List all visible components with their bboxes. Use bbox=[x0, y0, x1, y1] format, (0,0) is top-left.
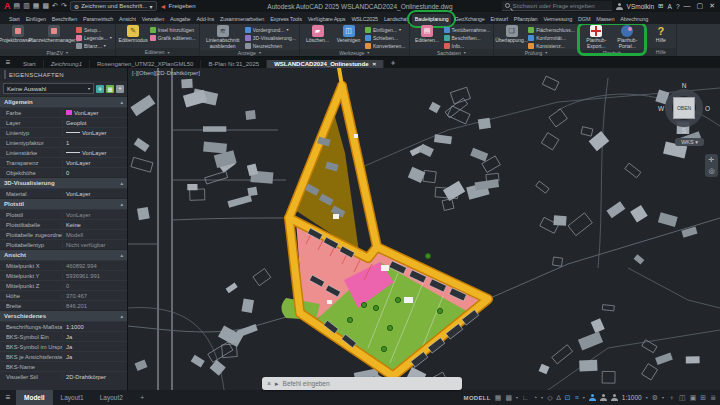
snap-icon[interactable]: ▩ bbox=[505, 394, 512, 401]
toggle-pickadd-icon[interactable]: ✛ bbox=[96, 85, 104, 93]
legende-button[interactable]: Legende... ▾ bbox=[76, 34, 112, 41]
file-tab-wslandcad[interactable]: WSLANDCAD2024_Onlinestunde × bbox=[267, 60, 384, 68]
ribbon-tab-parametrisch[interactable]: Parametrisch bbox=[80, 14, 116, 24]
workspace-switch-icon[interactable]: ⚙ bbox=[652, 394, 658, 401]
flaechenschluss-button[interactable]: Flächenschluss... bbox=[528, 26, 575, 33]
einfuegen-button[interactable]: Einfügen... ▾ bbox=[365, 26, 406, 33]
select-objects-icon[interactable]: ▦ bbox=[106, 85, 114, 93]
file-tab-start[interactable]: Start bbox=[16, 60, 44, 68]
editiermodus-button[interactable]: ✎ Editiermodus bbox=[119, 25, 148, 44]
command-close-icon[interactable]: × bbox=[267, 380, 271, 387]
ribbon-tab-addins[interactable]: Add-Ins bbox=[193, 14, 217, 24]
layout-tab-modell[interactable]: Modell bbox=[16, 390, 53, 405]
drawing-viewport[interactable]: [-][Oben][2D-Drahtkörper] bbox=[128, 68, 720, 390]
ribbon-tab-abrechnung[interactable]: Abrechnung bbox=[617, 14, 651, 24]
quick-select-icon[interactable]: ⌖ bbox=[116, 85, 124, 93]
grafik-editieren-button[interactable]: Grafik editieren... bbox=[150, 34, 196, 41]
autodesk-app-icon[interactable]: A bbox=[668, 3, 672, 10]
lineweight-icon[interactable]: ≡ bbox=[575, 394, 579, 401]
wcs-dropdown[interactable]: WKS ▾ bbox=[675, 138, 704, 146]
close-tab-icon[interactable]: × bbox=[372, 61, 376, 67]
grid-icon[interactable]: ▦ bbox=[495, 394, 502, 401]
ribbon-tab-entwurf[interactable]: Entwurf bbox=[488, 14, 511, 24]
ribbon-tab-express-tools[interactable]: Express Tools bbox=[267, 14, 305, 24]
palette-grip[interactable] bbox=[4, 70, 6, 79]
annotation-scale-icon[interactable] bbox=[611, 394, 618, 401]
textuebernahme-button[interactable]: Textübernahme... bbox=[444, 26, 491, 33]
group-label-werkzeuge[interactable]: Werkzeuge▾ bbox=[300, 49, 409, 56]
group-label-planzv[interactable]: PlanZV▾ bbox=[0, 49, 115, 56]
polar-tracking-icon[interactable]: ◔ bbox=[533, 394, 537, 401]
ribbon-tab-verwalten[interactable]: Verwalten bbox=[139, 14, 167, 24]
viewcube-west[interactable]: W bbox=[658, 105, 664, 112]
group-label-editieren[interactable]: Editieren▾ bbox=[116, 48, 199, 56]
map-canvas[interactable] bbox=[128, 68, 720, 390]
new-file-icon[interactable]: ▤ bbox=[14, 2, 21, 10]
layout-tab-layout2[interactable]: Layout2 bbox=[92, 390, 131, 405]
sachdaten-editieren-button[interactable]: ▤ Editieren... bbox=[413, 25, 442, 44]
ribbon-tab-verfuegbare-apps[interactable]: Verfügbare Apps bbox=[305, 14, 349, 24]
ribbon-tab-massen[interactable]: Massen bbox=[593, 14, 617, 24]
ribbon-tab-beschriften[interactable]: Beschriften bbox=[49, 14, 80, 24]
farbe-value[interactable]: VonLayer bbox=[62, 110, 127, 116]
vereinigen-button[interactable]: ◫ Vereinigen bbox=[334, 25, 363, 44]
annotation-scale-value[interactable]: 1:1000 bbox=[622, 394, 642, 401]
konvertieren-button[interactable]: Konvertieren... bbox=[365, 42, 406, 49]
autocad-logo-icon[interactable]: A bbox=[2, 1, 11, 11]
viewcube[interactable]: N S W O OBEN bbox=[658, 82, 710, 134]
command-input[interactable]: Befehl eingeben bbox=[283, 380, 330, 387]
bks-symbol-ursprung-value[interactable]: Ja bbox=[62, 344, 127, 350]
isolate-objects-icon[interactable]: ◫ bbox=[679, 394, 686, 401]
layout-tab-layout1[interactable]: Layout1 bbox=[53, 390, 92, 405]
new-tab-button[interactable]: ＋ bbox=[384, 57, 402, 68]
new-layout-button[interactable]: ＋ bbox=[131, 390, 154, 405]
ribbon-tab-landschaft[interactable]: Landschaft bbox=[381, 14, 412, 24]
material-value[interactable]: VonLayer bbox=[62, 191, 127, 197]
file-menu-icon[interactable]: ≡ bbox=[0, 57, 16, 68]
file-tab-rosengarten[interactable]: Rosengarten_UTM32_XPlanGML50 bbox=[90, 60, 201, 68]
plotstiltabelle-value[interactable]: Keine bbox=[62, 222, 127, 228]
layout-menu-icon[interactable]: ≡ bbox=[0, 392, 16, 403]
loeschen-button[interactable]: ▰ Löschen... bbox=[303, 25, 332, 44]
file-tab-zeichnung1[interactable]: Zeichnung1 bbox=[44, 60, 90, 68]
navigation-bar[interactable]: ✛ ◎ bbox=[705, 154, 718, 177]
help-icon[interactable]: ? bbox=[676, 3, 680, 10]
konsistenz-button[interactable]: Konsistenz... bbox=[528, 42, 575, 49]
ribbon-tab-einfuegen[interactable]: Einfügen bbox=[23, 14, 49, 24]
planzeichenmanager-button[interactable]: Planzeichenmanager... bbox=[34, 25, 74, 44]
insel-hinzufuegen-button[interactable]: Insel hinzufügen bbox=[150, 26, 196, 33]
search-input[interactable]: Stichwort oder Frage eingeben bbox=[502, 1, 612, 11]
isodraft-icon[interactable]: ◇ bbox=[547, 394, 552, 401]
schieben-button[interactable]: Schieben... bbox=[365, 34, 406, 41]
ribbon-tab-dgm[interactable]: DGM bbox=[575, 14, 593, 24]
linienabschnitt-button[interactable]: ≋ Linienabschnitt ausblenden bbox=[203, 25, 243, 50]
ueberlappung-button[interactable]: ❏ Überlappung... bbox=[497, 25, 526, 44]
3d-visualisierung-button[interactable]: 3D-Visualisierung... bbox=[245, 34, 296, 41]
open-file-icon[interactable]: ▥ bbox=[23, 2, 30, 10]
ribbon-tab-wslc2025[interactable]: WSLC2025 bbox=[348, 14, 381, 24]
linientyp-value[interactable]: VonLayer bbox=[62, 130, 127, 136]
section-allgemein[interactable]: Allgemein▴ bbox=[0, 96, 127, 107]
ribbon-tab-zusammenarbeiten[interactable]: Zusammenarbeiten bbox=[217, 14, 267, 24]
minimize-button[interactable]: — bbox=[684, 2, 691, 10]
annotation-visibility-icon[interactable] bbox=[589, 394, 596, 401]
customization-icon[interactable]: ≣ bbox=[710, 394, 716, 401]
section-verschiedenes[interactable]: Verschiedenes▴ bbox=[0, 310, 127, 321]
group-label-pruefung[interactable]: Prüfung▾ bbox=[494, 49, 578, 56]
group-label-hilfe[interactable]: Hilfe bbox=[646, 48, 676, 56]
annotation-autoscale-icon[interactable] bbox=[600, 394, 607, 401]
save-file-icon[interactable]: ▦ bbox=[33, 2, 40, 10]
workspace-dropdown[interactable]: ⚙ Zeichnen und Beschrift... ▾ bbox=[70, 1, 157, 11]
object-snap-icon[interactable]: ⊡ bbox=[565, 394, 571, 401]
ribbon-tab-vermessung[interactable]: Vermessung bbox=[540, 14, 575, 24]
ribbon-tab-bauleitplanung[interactable]: Bauleitplanung bbox=[412, 14, 452, 24]
plot-icon[interactable]: ▩ bbox=[42, 2, 49, 10]
transparenz-value[interactable]: VonLayer bbox=[62, 160, 127, 166]
file-tab-bplan[interactable]: B-Plan Nr.31_2025 bbox=[201, 60, 267, 68]
objekthoehe-value[interactable]: 0 bbox=[62, 170, 127, 176]
section-plotstil[interactable]: Plotstil▴ bbox=[0, 198, 127, 209]
ribbon-tab-ausgabe[interactable]: Ausgabe bbox=[167, 14, 193, 24]
close-button[interactable]: ✕ bbox=[709, 2, 715, 10]
planhub-export-button[interactable]: Planhub-Export... bbox=[582, 25, 611, 50]
hilfe-button[interactable]: ? Hilfe bbox=[649, 25, 673, 44]
